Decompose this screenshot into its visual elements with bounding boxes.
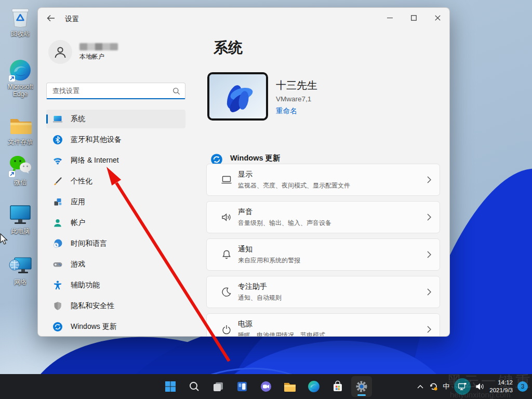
- sidebar-item-time-language[interactable]: 时间和语言: [46, 234, 185, 253]
- sidebar-item-accessibility[interactable]: 辅助功能: [46, 276, 185, 295]
- sidebar-item-label: 蓝牙和其他设备: [71, 135, 122, 144]
- tray-time: 14:12: [489, 379, 513, 387]
- card-power[interactable]: 电源 睡眠、电池使用情况、节电模式: [206, 313, 440, 337]
- gamepad-icon: [52, 259, 63, 270]
- windows-update-label: Windows 更新: [230, 153, 281, 163]
- settings-cards: 显示 监视器、亮度、夜间模式、显示配置文件 声音 音量级别、输出、输入、声音设备: [206, 164, 440, 337]
- chevron-right-icon: [427, 288, 431, 296]
- card-subtitle: 监视器、亮度、夜间模式、显示配置文件: [238, 181, 350, 190]
- apps-icon: [52, 197, 63, 207]
- card-subtitle: 音量级别、输出、输入、声音设备: [238, 219, 331, 228]
- power-icon: [220, 323, 233, 336]
- sidebar-item-label: 帐户: [71, 218, 85, 228]
- sidebar-item-network-internet[interactable]: 网络 & Internet: [46, 151, 185, 170]
- back-button[interactable]: [43, 10, 59, 26]
- tray-display-icon[interactable]: [454, 378, 471, 395]
- avatar: [48, 40, 72, 64]
- account-type: 本地帐户: [79, 52, 118, 61]
- desktop-icon-folder[interactable]: 文件存放: [1, 113, 39, 146]
- update-icon: [52, 322, 63, 332]
- tray-volume-icon[interactable]: [475, 382, 485, 391]
- search-input[interactable]: [47, 83, 185, 98]
- card-title: 通知: [238, 245, 300, 254]
- sidebar-item-personalization[interactable]: 个性化: [46, 172, 185, 191]
- sidebar-item-label: 应用: [71, 197, 85, 207]
- titlebar[interactable]: 设置: [38, 8, 449, 29]
- moon-icon: [220, 286, 233, 298]
- sidebar-nav: 系统 蓝牙和其他设备 网络 & Internet: [46, 110, 185, 336]
- shortcut-arrow-icon: [9, 171, 15, 177]
- close-button[interactable]: [425, 8, 449, 28]
- tray-chevron-up-icon[interactable]: [417, 384, 424, 389]
- card-display[interactable]: 显示 监视器、亮度、夜间模式、显示配置文件: [206, 164, 440, 196]
- desktop-icon-label: 文件存放: [8, 139, 33, 146]
- maximize-button[interactable]: [402, 8, 425, 28]
- sidebar-item-gaming[interactable]: 游戏: [46, 255, 185, 274]
- search-icon: [172, 87, 180, 95]
- desktop-icon-label: 微信: [14, 179, 26, 187]
- sidebar-item-label: 网络 & Internet: [71, 156, 119, 165]
- sidebar-item-label: 隐私和安全性: [71, 301, 114, 311]
- desktop: 回收站 Microsoft Edge 文件存放: [0, 0, 532, 399]
- store-button[interactable]: [327, 376, 348, 397]
- page-title: 系统: [214, 38, 243, 58]
- settings-taskbar-button[interactable]: [351, 376, 372, 397]
- notification-badge[interactable]: 3: [517, 381, 528, 392]
- rename-link[interactable]: 重命名: [276, 107, 317, 116]
- brush-icon: [52, 176, 63, 187]
- tray-date: 2021/9/3: [489, 387, 513, 394]
- account-icon: [52, 218, 63, 228]
- desktop-icon-recycle-bin[interactable]: 回收站: [1, 5, 39, 38]
- desktop-icon-edge[interactable]: Microsoft Edge: [1, 58, 39, 98]
- bell-icon: [220, 248, 233, 261]
- edge-icon: [8, 58, 32, 82]
- display-icon: [220, 174, 233, 186]
- widgets-button[interactable]: [232, 376, 252, 397]
- taskbar-search-button[interactable]: [184, 376, 205, 397]
- this-pc-icon: [8, 203, 32, 227]
- start-button[interactable]: [160, 376, 181, 397]
- device-model: VMware7,1: [276, 95, 317, 103]
- desktop-icon-label: Microsoft Edge: [1, 84, 39, 98]
- edge-taskbar-button[interactable]: [303, 376, 324, 397]
- sidebar-item-system[interactable]: 系统: [46, 110, 185, 128]
- desktop-icon-label: 回收站: [11, 31, 30, 38]
- desktop-icon-label: 此电脑: [11, 228, 30, 235]
- desktop-icon-network[interactable]: 网络: [1, 254, 39, 286]
- card-notifications[interactable]: 通知 来自应用和系统的警报: [206, 238, 440, 271]
- desktop-icon-this-pc[interactable]: 此电脑: [1, 203, 39, 235]
- device-thumbnail: [207, 72, 268, 121]
- card-subtitle: 通知、自动规则: [238, 294, 282, 302]
- sidebar-item-bluetooth-devices[interactable]: 蓝牙和其他设备: [46, 130, 185, 149]
- card-focus-assist[interactable]: 专注助手 通知、自动规则: [206, 276, 440, 308]
- tray-clock[interactable]: 14:12 2021/9/3: [489, 379, 513, 394]
- task-view-button[interactable]: [208, 376, 229, 397]
- tray-ime-indicator[interactable]: 中: [443, 382, 449, 391]
- settings-window: 设置: [37, 7, 450, 337]
- account-block[interactable]: 本地帐户: [46, 40, 185, 64]
- accessibility-icon: [52, 280, 63, 290]
- chat-button[interactable]: [256, 376, 276, 397]
- wechat-icon: [8, 154, 32, 178]
- desktop-icon-wechat[interactable]: 微信: [1, 154, 39, 187]
- tray-update-restart-icon[interactable]: [429, 382, 438, 391]
- sidebar-item-label: Windows 更新: [71, 322, 117, 331]
- chevron-right-icon: [427, 176, 431, 183]
- device-name: 十三先生: [276, 78, 317, 92]
- network-icon: [8, 254, 32, 277]
- sidebar-item-privacy-security[interactable]: 隐私和安全性: [46, 297, 185, 315]
- file-explorer-button[interactable]: [280, 376, 300, 397]
- window-title: 设置: [65, 15, 79, 24]
- sidebar-item-apps[interactable]: 应用: [46, 193, 185, 211]
- sidebar-item-label: 游戏: [71, 260, 85, 269]
- folder-icon: [8, 113, 32, 137]
- chevron-right-icon: [427, 214, 431, 221]
- sidebar-item-label: 辅助功能: [71, 281, 100, 290]
- sidebar-item-windows-update[interactable]: Windows 更新: [46, 317, 185, 336]
- minimize-button[interactable]: [378, 8, 402, 28]
- sidebar-item-label: 系统: [71, 114, 85, 124]
- sidebar-item-accounts[interactable]: 帐户: [46, 214, 185, 232]
- card-sound[interactable]: 声音 音量级别、输出、输入、声音设备: [206, 201, 440, 233]
- shield-icon: [52, 301, 63, 311]
- card-subtitle: 睡眠、电池使用情况、节电模式: [238, 331, 325, 337]
